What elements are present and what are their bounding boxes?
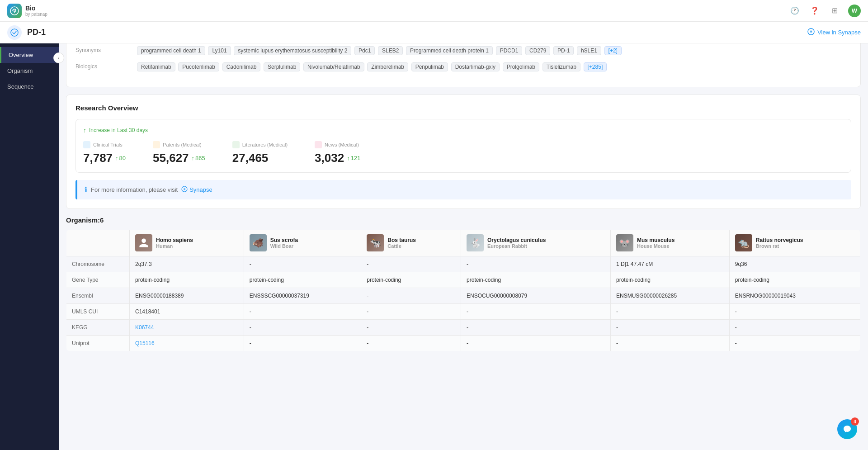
patents-increase: ↑ 865 — [192, 155, 205, 161]
synapse-link-icon — [181, 186, 188, 194]
umls-mus: - — [610, 304, 729, 320]
ensembl-homo: ENSG00000188389 — [130, 288, 244, 304]
svg-point-2 — [11, 29, 18, 36]
organism-title: Organism:6 — [66, 216, 861, 224]
svg-point-8 — [184, 189, 185, 189]
page-section-icon — [7, 25, 22, 40]
biologic-tag[interactable]: Penpulimab — [411, 62, 448, 71]
oryctolagus-avatar: 🐇 — [467, 234, 484, 251]
app-by: by patsnap — [25, 12, 47, 17]
homo-sapiens-avatar — [135, 234, 152, 251]
mus-musculus-sub: House Mouse — [637, 243, 675, 249]
uniprot-ory: - — [461, 336, 611, 351]
sidebar-collapse-button[interactable]: ‹ — [53, 52, 64, 63]
clock-icon[interactable]: 🕐 — [788, 5, 801, 17]
table-row: Chromosome 2q37.3 - - - 1 D|1 47.47 cM 9… — [66, 256, 861, 272]
increase-label: Increase in Last 30 days — [89, 127, 148, 133]
user-avatar[interactable]: W — [848, 5, 861, 17]
homo-sapiens-name: Homo sapiens — [156, 237, 193, 243]
stat-literatures: Literatures (Medical) 27,465 — [232, 141, 288, 165]
uniprot-bos: - — [361, 336, 461, 351]
research-overview-title: Research Overview — [75, 104, 851, 112]
biologic-tag[interactable]: Retifanlimab — [137, 62, 175, 71]
synonym-tag[interactable]: PD-1 — [553, 46, 574, 55]
gene-type-homo: protein-coding — [130, 272, 244, 288]
biologic-tag[interactable]: Pucotenlimab — [178, 62, 219, 71]
uniprot-link[interactable]: Q15116 — [135, 340, 155, 346]
uniprot-sus: - — [244, 336, 361, 351]
biologic-tag[interactable]: Nivolumab/Relatlimab — [303, 62, 364, 71]
biologic-tag[interactable]: Serplulimab — [264, 62, 300, 71]
synonym-tag[interactable]: CD279 — [525, 46, 550, 55]
gene-type-mus: protein-coding — [610, 272, 729, 288]
view-in-synapse-button[interactable]: View in Synapse — [807, 28, 861, 37]
stat-news: News (Medical) 3,032 ↑ 121 — [315, 141, 360, 165]
help-icon[interactable]: ❓ — [808, 5, 821, 17]
bos-taurus-avatar: 🐄 — [367, 234, 384, 251]
sub-header-left: PD-1 — [7, 25, 46, 40]
synonym-tag[interactable]: Ly101 — [208, 46, 231, 55]
sidebar-item-overview[interactable]: Overview — [0, 47, 59, 63]
kegg-link[interactable]: K06744 — [135, 324, 154, 331]
biologics-more-tag[interactable]: [+285] — [584, 62, 607, 71]
logo-area: Bio by patsnap — [7, 4, 47, 18]
synonym-tag[interactable]: programmed cell death 1 — [137, 46, 205, 55]
oryctolagus-sub: European Rabbit — [487, 243, 546, 249]
kegg-homo: K06744 — [130, 320, 244, 336]
biologic-tag[interactable]: Cadonilimab — [222, 62, 261, 71]
clinical-trials-increase-value: 80 — [119, 155, 126, 161]
up-arrow-icon: ↑ — [115, 155, 118, 161]
synonym-tag[interactable]: SLEB2 — [378, 46, 403, 55]
umls-homo: C1418401 — [130, 304, 244, 320]
synonym-tag[interactable]: hSLE1 — [577, 46, 601, 55]
chromosome-homo: 2q37.3 — [130, 256, 244, 272]
sus-scrofa-name: Sus scrofa — [270, 237, 298, 243]
biologic-tag[interactable]: Zimberelimab — [367, 62, 408, 71]
umls-label: UMLS CUI — [66, 304, 130, 320]
gene-type-rat: protein-coding — [729, 272, 860, 288]
synonym-tag[interactable]: Programmed cell death protein 1 — [406, 46, 493, 55]
arrow-up-icon: ↑ — [83, 127, 86, 134]
info-banner: ℹ For more information, please visit Syn… — [75, 180, 851, 199]
umls-ory: - — [461, 304, 611, 320]
sidebar-item-sequence[interactable]: Sequence — [0, 79, 59, 95]
grid-icon[interactable]: ⊞ — [828, 5, 841, 17]
uniprot-rat: - — [729, 336, 860, 351]
ensembl-label: Ensembl — [66, 288, 130, 304]
biologic-tag[interactable]: Dostarlimab-gxly — [451, 62, 500, 71]
synonym-tag[interactable]: systemic lupus erythematosus susceptibil… — [234, 46, 351, 55]
synapse-link[interactable]: Synapse — [181, 186, 212, 194]
sidebar-sequence-label: Sequence — [7, 83, 34, 90]
patents-value: 55,627 — [153, 151, 189, 165]
page-title: PD-1 — [27, 28, 46, 37]
ensembl-ory: ENSOCUG00000008079 — [461, 288, 611, 304]
homo-sapiens-sub: Human — [156, 243, 193, 249]
synonym-tag[interactable]: Pdc1 — [354, 46, 375, 55]
biologics-row: Biologics Retifanlimab Pucotenlimab Cado… — [75, 62, 851, 72]
bos-taurus-sub: Cattle — [387, 243, 416, 249]
ensembl-sus: ENSSSCG00000037319 — [244, 288, 361, 304]
gene-type-label: Gene Type — [66, 272, 130, 288]
synonyms-value: programmed cell death 1 Ly101 systemic l… — [137, 45, 851, 56]
uniprot-homo: Q15116 — [130, 336, 244, 351]
sidebar-item-organism[interactable]: Organism — [0, 63, 59, 79]
chromosome-ory: - — [461, 256, 611, 272]
stats-row: Clinical Trials 7,787 ↑ 80 Patents (Medi… — [83, 141, 844, 165]
uniprot-label: Uniprot — [66, 336, 130, 351]
main-content: Basic Info Full Name Programmed cell dea… — [59, 0, 868, 407]
biologic-tag[interactable]: Prolgolimab — [503, 62, 539, 71]
gene-type-sus: protein-coding — [244, 272, 361, 288]
biologic-tag[interactable]: Tislelizumab — [542, 62, 580, 71]
gene-type-ory: protein-coding — [461, 272, 611, 288]
umls-bos: - — [361, 304, 461, 320]
synonyms-row: Synonyms programmed cell death 1 Ly101 s… — [75, 45, 851, 56]
chromosome-rat: 9q36 — [729, 256, 860, 272]
app-logo[interactable] — [7, 4, 22, 18]
news-increase-value: 121 — [351, 155, 361, 161]
synonym-more-tag[interactable]: [+2] — [604, 46, 622, 55]
clinical-trials-value: 7,787 — [83, 151, 113, 165]
news-label: News (Medical) — [325, 142, 359, 147]
table-row: Uniprot Q15116 - - - - - — [66, 336, 861, 351]
synonym-tag[interactable]: PDCD1 — [496, 46, 523, 55]
kegg-mus: - — [610, 320, 729, 336]
